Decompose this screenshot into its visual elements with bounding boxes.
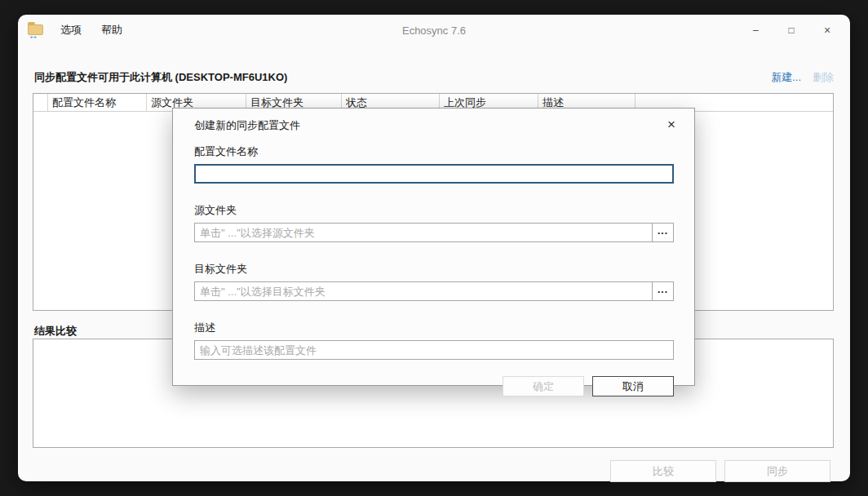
dialog-close-icon[interactable]: × bbox=[660, 113, 683, 136]
description-field-wrap bbox=[194, 340, 674, 360]
compare-button[interactable]: 比较 bbox=[610, 460, 716, 482]
target-folder-field-wrap: ... bbox=[194, 281, 674, 301]
profile-name-input[interactable] bbox=[195, 165, 673, 183]
maximize-button[interactable]: □ bbox=[773, 15, 809, 46]
dialog-title-bar: 创建新的同步配置文件 × bbox=[173, 108, 694, 141]
source-browse-button[interactable]: ... bbox=[652, 224, 673, 241]
target-folder-label: 目标文件夹 bbox=[194, 262, 674, 277]
close-button[interactable]: × bbox=[809, 15, 845, 46]
target-folder-input[interactable] bbox=[195, 282, 652, 300]
column-header-indicator[interactable] bbox=[33, 94, 48, 111]
title-bar: ↔ 选项 帮助 Echosync 7.6 − □ × bbox=[18, 15, 850, 46]
ok-button: 确定 bbox=[503, 376, 584, 396]
profile-name-label: 配置文件名称 bbox=[194, 144, 674, 159]
profile-name-field-wrap bbox=[194, 164, 674, 184]
dialog-title: 创建新的同步配置文件 bbox=[194, 118, 300, 133]
profiles-header: 同步配置文件可用于此计算机 (DESKTOP-MF6U1KO) bbox=[34, 70, 287, 85]
source-folder-label: 源文件夹 bbox=[194, 203, 674, 218]
cancel-button[interactable]: 取消 bbox=[592, 376, 674, 396]
delete-profile-link: 删除 bbox=[813, 70, 834, 85]
column-header-profile-name[interactable]: 配置文件名称 bbox=[48, 94, 147, 111]
results-comparison-label: 结果比较 bbox=[34, 324, 77, 339]
create-profile-dialog: 创建新的同步配置文件 × 配置文件名称 源文件夹 ... 目标文件夹 ... 描… bbox=[172, 108, 695, 386]
window-controls: − □ × bbox=[737, 15, 845, 46]
source-folder-field-wrap: ... bbox=[194, 223, 674, 242]
window-title: Echosync 7.6 bbox=[18, 15, 850, 46]
description-input[interactable] bbox=[195, 341, 673, 359]
minimize-button[interactable]: − bbox=[737, 15, 773, 46]
new-profile-link[interactable]: 新建... bbox=[771, 70, 801, 85]
sync-button[interactable]: 同步 bbox=[724, 460, 830, 482]
source-folder-input[interactable] bbox=[195, 224, 652, 241]
target-browse-button[interactable]: ... bbox=[652, 282, 673, 300]
description-label: 描述 bbox=[194, 321, 674, 335]
